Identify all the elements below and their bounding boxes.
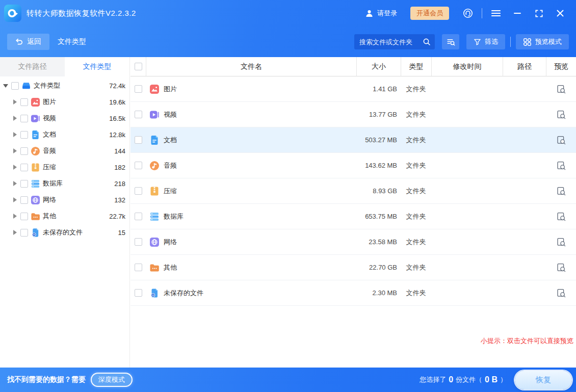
table-row[interactable]: 音频 143.62 MB 文件夹 (130, 153, 576, 178)
table-row[interactable]: 未保存的文件 2.30 MB 文件夹 (130, 280, 576, 306)
tree-expander[interactable] (11, 131, 18, 138)
row-name-cell: 网络 (146, 237, 356, 247)
tree-item[interactable]: 网络 132 (0, 192, 129, 208)
tree-item[interactable]: 压缩 182 (0, 159, 129, 175)
row-size: 1.41 GB (356, 85, 401, 93)
tree-item-checkbox[interactable] (20, 98, 28, 106)
tree-item-count: 218 (114, 180, 125, 188)
search-input[interactable] (359, 38, 423, 46)
row-name-cell: 图片 (146, 84, 356, 94)
table-row[interactable]: 数据库 653.75 MB 文件夹 (130, 204, 576, 229)
tree-item-checkbox[interactable] (20, 196, 28, 204)
filter-button[interactable]: 筛选 (466, 34, 505, 49)
tab-file-path[interactable]: 文件路径 (0, 57, 65, 76)
tree-item[interactable]: 音频 144 (0, 143, 129, 159)
tree-item[interactable]: 未保存的文件 15 (0, 224, 129, 241)
row-size: 653.75 MB (356, 213, 401, 220)
tree-item-checkbox[interactable] (20, 115, 28, 122)
tree-item-label: 视频 (43, 114, 109, 123)
app-window: 转转大师数据恢复软件V2.2.3.2 请登录 开通会员 (0, 0, 576, 392)
row-name: 压缩 (164, 187, 177, 196)
tree-expander[interactable] (11, 229, 18, 236)
tree-expander[interactable] (11, 164, 18, 171)
tree-expander[interactable] (11, 213, 18, 220)
tree-item[interactable]: 数据库 218 (0, 175, 129, 192)
row-checkbox[interactable] (135, 162, 142, 169)
table-row[interactable]: 其他 22.70 GB 文件夹 (130, 255, 576, 280)
maximize-icon[interactable] (530, 5, 547, 21)
search-icon[interactable] (423, 38, 431, 46)
customer-service-icon[interactable] (459, 5, 477, 21)
tree-expander[interactable] (2, 82, 9, 89)
tree-item-checkbox[interactable] (20, 147, 28, 155)
row-checkbox[interactable] (135, 289, 142, 297)
select-all-checkbox-cell (130, 57, 146, 76)
preview-mode-button[interactable]: 预览模式 (516, 34, 569, 49)
tree-expander[interactable] (11, 115, 18, 122)
table-row[interactable]: 网络 23.58 MB 文件夹 (130, 229, 576, 255)
menu-icon[interactable] (487, 5, 505, 21)
row-checkbox[interactable] (135, 264, 142, 271)
preview-icon[interactable] (556, 161, 566, 171)
table-row[interactable]: 图片 1.41 GB 文件夹 (130, 76, 576, 102)
tree-item-checkbox[interactable] (20, 213, 28, 220)
login-button[interactable]: 请登录 (365, 9, 397, 18)
row-checkbox[interactable] (135, 136, 142, 144)
tree-expander[interactable] (11, 98, 18, 106)
row-type: 文件夹 (401, 187, 431, 196)
tree-item-checkbox[interactable] (11, 82, 19, 90)
preview-icon[interactable] (556, 84, 566, 94)
preview-icon[interactable] (556, 110, 566, 120)
row-checkbox[interactable] (135, 238, 142, 246)
tree-item-count: 15 (118, 229, 125, 237)
tree-expander[interactable] (11, 196, 18, 203)
preview-icon[interactable] (556, 288, 566, 298)
row-checkbox[interactable] (135, 85, 142, 93)
row-preview-cell (546, 161, 576, 171)
vip-button[interactable]: 开通会员 (410, 7, 449, 20)
file-type-icon (149, 84, 160, 94)
table-row[interactable]: 视频 13.77 GB 文件夹 (130, 102, 576, 127)
tree-item-checkbox[interactable] (20, 131, 28, 139)
recover-button[interactable]: 恢复 (515, 371, 572, 389)
tree-item[interactable]: 视频 16.5k (0, 110, 129, 126)
tree-item-checkbox[interactable] (20, 164, 28, 171)
row-name-cell: 压缩 (146, 186, 356, 196)
tree-item[interactable]: 其他 22.7k (0, 208, 129, 224)
preview-icon[interactable] (556, 237, 566, 247)
back-button[interactable]: 返回 (7, 34, 49, 50)
tree-item[interactable]: 文档 12.8k (0, 126, 129, 143)
row-size: 8.93 GB (356, 187, 401, 195)
tab-file-type[interactable]: 文件类型 (65, 57, 129, 76)
tree-expander[interactable] (11, 180, 18, 187)
tree-item-checkbox[interactable] (20, 229, 28, 237)
column-header-mtime: 修改时间 (431, 57, 503, 76)
row-checkbox[interactable] (135, 111, 142, 118)
row-size: 2.30 MB (356, 289, 401, 297)
select-all-checkbox[interactable] (135, 63, 142, 70)
tree-item[interactable]: 图片 19.6k (0, 94, 129, 110)
table-row[interactable]: 压缩 8.93 GB 文件夹 (130, 178, 576, 204)
window-controls (487, 5, 569, 21)
deep-mode-button[interactable]: 深度模式 (91, 373, 133, 387)
table-row[interactable]: 文档 503.27 MB 文件夹 (130, 127, 576, 153)
row-name-cell: 音频 (146, 161, 356, 171)
close-icon[interactable] (552, 5, 569, 21)
toolbar-divider (510, 37, 511, 47)
row-checkbox[interactable] (135, 213, 142, 220)
row-preview-cell (546, 237, 576, 247)
row-checkbox-cell (130, 111, 146, 118)
sidebar-tabs: 文件路径 文件类型 (0, 57, 129, 76)
preview-icon[interactable] (556, 135, 566, 145)
search-in-results-button[interactable] (442, 34, 459, 49)
tree-item-checkbox[interactable] (20, 180, 28, 188)
preview-icon[interactable] (556, 212, 566, 222)
row-checkbox[interactable] (135, 187, 142, 195)
tree-item[interactable]: 文件类型 72.4k (0, 77, 129, 94)
minimize-icon[interactable] (509, 5, 526, 21)
column-header-filename: 文件名 (146, 57, 356, 76)
tree-expander[interactable] (11, 147, 18, 154)
tree-item-count: 19.6k (109, 98, 125, 106)
preview-icon[interactable] (556, 186, 566, 196)
preview-icon[interactable] (556, 263, 566, 273)
